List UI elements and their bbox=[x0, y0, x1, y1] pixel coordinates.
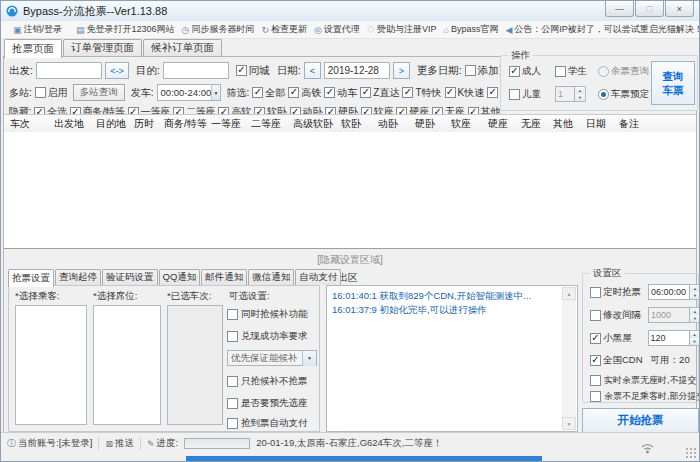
tab-grab-settings[interactable]: 抢票设置 bbox=[8, 269, 54, 287]
col-other[interactable]: 其他 bbox=[553, 117, 573, 131]
toolbar-vip[interactable]: ♡赞助与注册VIP bbox=[367, 23, 437, 36]
maximize-button[interactable]: □ bbox=[635, 1, 664, 17]
col-soft-sleeper[interactable]: 软卧 bbox=[341, 117, 361, 131]
toolbar-open-12306[interactable]: ▤免登录打开12306网站 bbox=[76, 23, 175, 36]
timed-grab-stepper[interactable]: 06:00:00 bbox=[648, 284, 700, 300]
multi-station-enable-checkbox[interactable]: 启用 bbox=[35, 86, 68, 100]
to-input[interactable] bbox=[163, 62, 229, 79]
tab-query-startstop[interactable]: 查询起停 bbox=[55, 269, 101, 285]
depart-time-select[interactable]: 00:00-24:00 bbox=[157, 84, 221, 101]
checkbox-icon bbox=[227, 376, 238, 387]
multi-station-query-button[interactable]: 多站查询 bbox=[73, 84, 125, 101]
tab-captcha-settings[interactable]: 验证码设置 bbox=[102, 269, 158, 285]
filter-all-checkbox[interactable]: 全部 bbox=[252, 86, 285, 100]
filter-z-train-checkbox[interactable]: Z直达 bbox=[360, 86, 399, 100]
col-d-sleeper[interactable]: 动卧 bbox=[378, 117, 398, 131]
col-no-seat[interactable]: 无座 bbox=[521, 117, 541, 131]
close-button[interactable]: × bbox=[665, 1, 694, 17]
output-log[interactable]: 16:01:40:1 获取到829个CDN,开始智能测速中... 16:01:3… bbox=[326, 285, 578, 432]
child-checkbox[interactable]: 儿童 bbox=[509, 88, 541, 101]
col-duration[interactable]: 历时 bbox=[134, 117, 154, 131]
success-rate-option-checkbox[interactable]: 兑现成功率要求 bbox=[227, 330, 308, 343]
checkbox-icon bbox=[555, 66, 566, 77]
col-train-no[interactable]: 车次 bbox=[10, 117, 30, 131]
col-from[interactable]: 出发地 bbox=[54, 117, 84, 131]
student-checkbox[interactable]: 学生 bbox=[555, 65, 587, 78]
tab-email-notify[interactable]: 邮件通知 bbox=[201, 269, 247, 285]
scroll-up-icon[interactable] bbox=[562, 287, 576, 300]
no-seat-skip-checkbox[interactable]: 实时余票无座时,不提交 bbox=[590, 374, 697, 387]
col-hard-seat[interactable]: 硬座 bbox=[488, 117, 508, 131]
tab-label: 查询起停 bbox=[59, 271, 97, 284]
col-soft-seat[interactable]: 软座 bbox=[451, 117, 471, 131]
tab-label: 自动支付 bbox=[299, 271, 337, 284]
dropdown-arrow-icon bbox=[211, 85, 219, 100]
stepper-arrows-icon[interactable] bbox=[575, 86, 586, 102]
query-ticket-button[interactable]: 查询车票 bbox=[651, 61, 695, 105]
interval-stepper[interactable]: 1000 bbox=[648, 307, 700, 323]
partial-submit-checkbox[interactable]: 余票不足乘客时,部分提交 bbox=[590, 390, 700, 403]
tab-label: 邮件通知 bbox=[205, 271, 243, 284]
blackroom-checkbox[interactable]: 小黑屋 bbox=[590, 332, 632, 345]
radio-label: 余票查询 bbox=[611, 65, 649, 78]
selected-train-listbox[interactable] bbox=[167, 305, 223, 425]
scroll-down-icon[interactable] bbox=[562, 417, 576, 430]
filter-highspeed-checkbox[interactable]: 高铁 bbox=[288, 86, 321, 100]
ticket-booking-radio[interactable]: 车票预定 bbox=[598, 88, 649, 101]
col-first-class[interactable]: 一等座 bbox=[211, 117, 241, 131]
preselect-seat-checkbox[interactable]: 是否要预先选座 bbox=[227, 397, 308, 410]
toolbar-proxy[interactable]: ◎设置代理 bbox=[314, 23, 360, 36]
stepper-arrows-icon[interactable] bbox=[690, 284, 700, 300]
interval-checkbox[interactable]: 修改间隔 bbox=[590, 309, 641, 322]
train-table-body[interactable] bbox=[4, 132, 696, 249]
stepper-arrows-icon[interactable] bbox=[690, 330, 700, 346]
tab-wechat-notify[interactable]: 微信通知 bbox=[248, 269, 294, 285]
push-toggle[interactable]: ⊠推送 bbox=[105, 437, 134, 450]
candidate-option-checkbox[interactable]: 同时抢候补功能 bbox=[227, 308, 308, 321]
child-count-stepper[interactable]: 1 bbox=[555, 86, 586, 102]
filter-k-train-checkbox[interactable]: K快速 bbox=[445, 86, 485, 100]
filter-d-train-checkbox[interactable]: 动车 bbox=[324, 86, 357, 100]
adult-checkbox[interactable]: 成人 bbox=[509, 65, 541, 78]
autopay-checkbox[interactable]: 抢到票自动支付 bbox=[227, 417, 308, 430]
seat-listbox[interactable] bbox=[93, 305, 161, 425]
toolbar-login-logout[interactable]: ▣注销/登录 bbox=[13, 23, 62, 36]
minimize-button[interactable]: — bbox=[605, 1, 634, 17]
toolbar-sync-time[interactable]: ◷同步服务器时间 bbox=[182, 23, 255, 36]
col-hard-sleeper[interactable]: 硬卧 bbox=[415, 117, 435, 131]
col-remark[interactable]: 备注 bbox=[619, 117, 639, 131]
col-business[interactable]: 商务/特等 bbox=[164, 117, 207, 131]
output-scrollbar[interactable] bbox=[562, 287, 576, 430]
stepper-arrows-icon[interactable] bbox=[690, 307, 700, 323]
swap-stations-button[interactable]: <-> bbox=[105, 62, 129, 79]
tab-order-management[interactable]: 订单管理页面 bbox=[63, 39, 142, 56]
date-input[interactable]: 2019-12-28 bbox=[324, 62, 390, 79]
col-to[interactable]: 目的地 bbox=[96, 117, 126, 131]
only-candidate-checkbox[interactable]: 只抢候补不抢票 bbox=[227, 375, 308, 388]
tab-qq-notify[interactable]: QQ通知 bbox=[159, 269, 201, 285]
timed-grab-checkbox[interactable]: 定时抢票 bbox=[590, 286, 641, 299]
col-date[interactable]: 日期 bbox=[586, 117, 606, 131]
next-date-button[interactable]: > bbox=[393, 62, 410, 79]
resize-grip[interactable] bbox=[685, 447, 697, 459]
tab-grab-ticket[interactable]: 抢票页面 bbox=[4, 39, 62, 58]
tab-candidate-orders[interactable]: 候补订单页面 bbox=[143, 39, 222, 56]
col-premium-soft[interactable]: 高级软卧 bbox=[293, 117, 333, 131]
checkbox-label: 启用 bbox=[48, 86, 68, 100]
start-grab-button[interactable]: 开始抢票 bbox=[582, 408, 699, 433]
same-city-checkbox[interactable]: 同城 bbox=[236, 64, 270, 78]
toolbar-website[interactable]: ⌂Bypass官网 bbox=[443, 23, 498, 36]
settings-groupbox: 设置区 定时抢票 06:00:00 修改间隔 1000 小黑屋 120 全国CD… bbox=[582, 273, 699, 403]
remaining-query-radio[interactable]: 余票查询 bbox=[598, 65, 649, 78]
cdn-checkbox[interactable]: 全国CDN bbox=[590, 354, 643, 367]
priority-select-value: 优先保证能候补 bbox=[231, 352, 298, 365]
priority-select[interactable]: 优先保证能候补 bbox=[227, 350, 317, 366]
toolbar-check-update[interactable]: ↻检查更新 bbox=[261, 23, 307, 36]
from-input[interactable] bbox=[36, 62, 102, 79]
col-second-class[interactable]: 二等座 bbox=[251, 117, 281, 131]
blackroom-stepper[interactable]: 120 bbox=[648, 330, 700, 346]
tab-auto-pay[interactable]: 自动支付 bbox=[295, 269, 341, 285]
prev-date-button[interactable]: < bbox=[304, 62, 321, 79]
filter-t-train-checkbox[interactable]: T特快 bbox=[402, 86, 441, 100]
passenger-listbox[interactable] bbox=[15, 305, 87, 425]
